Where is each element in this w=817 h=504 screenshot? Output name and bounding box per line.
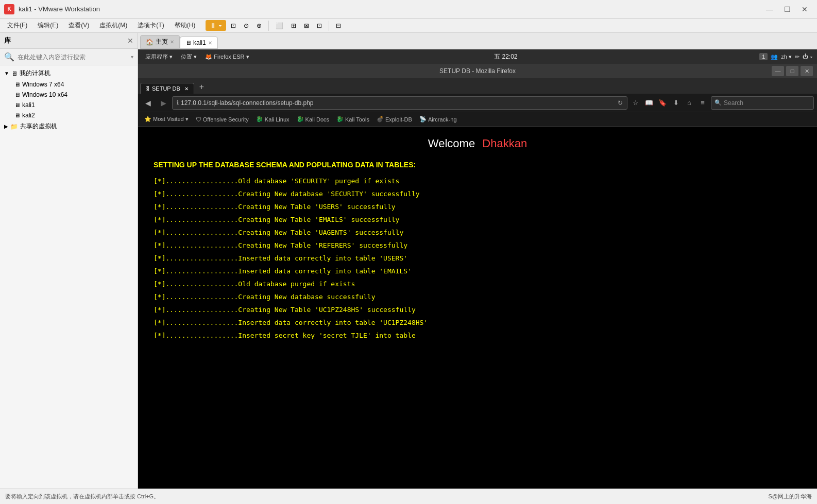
bookmark-label: Kali Tools [345, 116, 369, 123]
vm-icon: 🖥 [14, 102, 20, 108]
kali-lang[interactable]: zh ▾ [781, 54, 792, 60]
snapshot-mgr-button[interactable]: ⊕ [253, 21, 265, 31]
bookmark-favicon: 📡 [419, 116, 427, 123]
db-line-11: [*]..................Inserted data corre… [154, 319, 802, 326]
fullscreen-button[interactable]: ⊡ [314, 21, 325, 31]
bookmark-exploit-db[interactable]: 💣 Exploit-DB [373, 115, 415, 124]
bookmark-kali-linux[interactable]: 🐉 Kali Linux [253, 115, 293, 124]
window-controls: — ☐ ✕ [761, 2, 813, 16]
firefox-tab-setupdb[interactable]: 🗄 SETUP DB ✕ [140, 83, 194, 94]
vm-tab-home[interactable]: 🏠 主页 ✕ [140, 35, 180, 49]
kali-users-icon: 👥 [771, 54, 778, 60]
titlebar: K kali1 - VMware Workstation — ☐ ✕ [0, 0, 817, 19]
unity-button[interactable]: ⊟ [333, 21, 344, 31]
ff-maximize-button[interactable]: □ [786, 66, 798, 76]
reload-button[interactable]: ↻ [618, 99, 623, 107]
sidebar-close-button[interactable]: ✕ [127, 37, 133, 45]
reading-mode-button[interactable]: 📖 [643, 97, 655, 109]
bookmark-kali-docs[interactable]: 🐉 Kali Docs [294, 115, 332, 124]
bookmark-offensive[interactable]: 🛡 Offensive Security [193, 115, 252, 124]
back-button[interactable]: ◀ [141, 96, 155, 110]
kali-desktop[interactable]: 应用程序 ▾ 位置 ▾ 🦊 Firefox ESR ▾ 五 22:02 1 👥 … [138, 49, 817, 489]
tree-item-win10[interactable]: 🖥 Windows 10 x64 [0, 90, 138, 100]
snapshot-button[interactable]: ⊡ [228, 21, 239, 31]
download-button[interactable]: ⬇ [670, 97, 682, 109]
tab-label: SETUP DB [152, 85, 180, 92]
bookmark-star-button[interactable]: ☆ [629, 97, 642, 109]
db-line-8: [*]..................Old database purged… [154, 280, 802, 288]
sidebar: 库 ✕ 🔍 ▾ ▼ 🖥 我的计算机 🖥 Windows 7 x64 🖥 Wind… [0, 33, 138, 489]
home-button[interactable]: ⌂ [683, 97, 695, 109]
bookmark-label: Aircrack-ng [428, 116, 457, 123]
tree-item-shared[interactable]: ▶ 📁 共享的虚拟机 [0, 120, 138, 132]
revert-button[interactable]: ⊙ [241, 21, 252, 31]
menu-file[interactable]: 文件(F) [2, 19, 32, 32]
db-line-12: [*]..................Inserted secret key… [154, 332, 802, 339]
tab-favicon: 🗄 [145, 86, 150, 92]
tab-close-button[interactable]: ✕ [184, 86, 189, 92]
maximize-button[interactable]: ☐ [779, 2, 795, 16]
bookmark-label: Exploit-DB [385, 116, 412, 123]
ff-close-button[interactable]: ✕ [801, 66, 813, 76]
firefox-content[interactable]: Welcome Dhakkan SETTING UP THE DATABASE … [138, 127, 817, 489]
db-line-4: [*]..................Creating New Table … [154, 229, 802, 236]
fit-button[interactable]: ⊞ [288, 21, 299, 31]
vm-icon: 🖥 [14, 92, 20, 98]
forward-button[interactable]: ▶ [157, 96, 170, 110]
sidebar-header: 库 ✕ [0, 33, 138, 49]
tree-item-mycomputer[interactable]: ▼ 🖥 我的计算机 [0, 67, 138, 79]
tree-label: Windows 10 x64 [22, 91, 67, 98]
pause-button[interactable]: ⏸ ▾ [206, 20, 226, 31]
bookmark-favicon: 🛡 [196, 116, 201, 123]
status-right: S@网上的升华海 [768, 493, 812, 500]
kali-tab-icon: 🖥 [185, 40, 191, 46]
tab-close-icon[interactable]: ✕ [170, 39, 174, 45]
url-bar[interactable]: ℹ 127.0.0.1/sqli-labs/sql-connections/se… [172, 96, 627, 110]
menu-button[interactable]: ≡ [696, 97, 709, 109]
menu-help[interactable]: 帮助(H) [169, 19, 201, 32]
menu-vm[interactable]: 虚拟机(M) [94, 19, 132, 32]
menu-tab[interactable]: 选项卡(T) [132, 19, 169, 32]
kali-power-icon[interactable]: ⏻ ▾ [803, 54, 813, 60]
tree-label: 共享的虚拟机 [20, 122, 57, 131]
view-button[interactable]: ⬜ [273, 21, 286, 31]
tree-item-kali2[interactable]: 🖥 kali2 [0, 110, 138, 120]
bookmark-favicon: 🐉 [336, 116, 344, 123]
statusbar: 要将输入定向到该虚拟机，请在虚拟机内部单击或按 Ctrl+G。 S@网上的升华海 [0, 489, 817, 504]
search-input[interactable] [18, 54, 128, 61]
sidebar-search[interactable]: 🔍 ▾ [0, 49, 138, 65]
welcome-name: Dhakkan [482, 137, 527, 150]
menu-view[interactable]: 查看(V) [63, 19, 94, 32]
shared-icon: 📁 [10, 123, 18, 130]
kali-menu-places[interactable]: 位置 ▾ [178, 52, 200, 62]
tab-label: 主页 [156, 38, 168, 46]
setup-title: SETTING UP THE DATABASE SCHEMA AND POPUL… [154, 161, 802, 169]
db-line-2: [*]..................Creating New Table … [154, 203, 802, 211]
bookmark-aircrack[interactable]: 📡 Aircrack-ng [416, 115, 460, 124]
new-tab-button[interactable]: + [195, 80, 208, 94]
tree-item-win7[interactable]: 🖥 Windows 7 x64 [0, 79, 138, 90]
tree-label: kali2 [22, 112, 35, 119]
search-box[interactable]: 🔍 Search [711, 96, 814, 110]
url-text: 127.0.0.1/sqli-labs/sql-connections/setu… [181, 99, 618, 107]
kali-menu-apps[interactable]: 应用程序 ▾ [142, 52, 176, 62]
vm-tab-kali1[interactable]: 🖥 kali1 ✕ [180, 37, 218, 49]
bookmark-icon: ⭐ [144, 116, 151, 123]
bookmark-most-visited[interactable]: ⭐ Most Visited ▾ [141, 115, 192, 124]
pocket-button[interactable]: 🔖 [656, 97, 669, 109]
sidebar-tree: ▼ 🖥 我的计算机 🖥 Windows 7 x64 🖥 Windows 10 x… [0, 65, 138, 489]
close-button[interactable]: ✕ [796, 2, 813, 16]
ff-minimize-button[interactable]: — [772, 66, 784, 76]
stretch-button[interactable]: ⊠ [301, 21, 312, 31]
window-title: kali1 - VMware Workstation [19, 5, 761, 13]
firefox-window-controls: — □ ✕ [772, 66, 813, 76]
minimize-button[interactable]: — [761, 2, 778, 16]
kali-topbar: 应用程序 ▾ 位置 ▾ 🦊 Firefox ESR ▾ 五 22:02 1 👥 … [138, 49, 817, 64]
kali-clock: 五 22:02 [494, 53, 517, 61]
tree-item-kali1[interactable]: 🖥 kali1 [0, 100, 138, 110]
bookmark-kali-tools[interactable]: 🐉 Kali Tools [333, 115, 372, 124]
menu-edit[interactable]: 编辑(E) [32, 19, 63, 32]
kali-menu-firefox[interactable]: 🦊 Firefox ESR ▾ [202, 53, 252, 61]
tab-close-icon[interactable]: ✕ [208, 40, 212, 46]
lock-icon: ℹ [177, 99, 179, 106]
